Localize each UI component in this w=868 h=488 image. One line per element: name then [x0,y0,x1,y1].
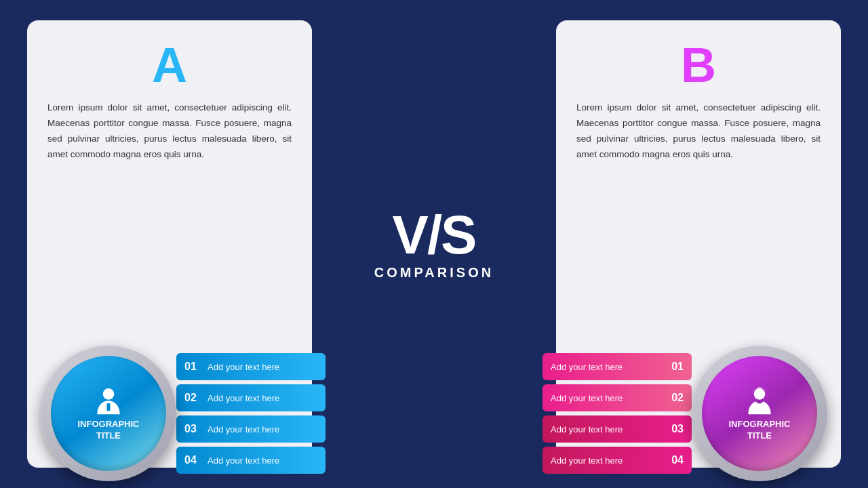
female-person-icon [743,385,776,419]
right-circle-title: INFOGRAPHICTITLE [729,419,791,442]
svg-point-0 [103,388,115,400]
left-panel-bottom: INFOGRAPHICTITLE 01 Add your text here 0… [27,346,312,481]
male-person-icon [92,385,125,419]
vs-text: V/S [393,208,476,262]
right-bar-3: Add your text here 03 [542,415,692,443]
right-panel-bottom: Add your text here 01 Add your text here… [556,346,841,481]
left-bar-4-text: Add your text here [208,455,279,466]
left-circle-inner: INFOGRAPHICTITLE [51,356,166,471]
right-bar-1-number: 01 [667,361,684,373]
comparison-label: COMPARISON [374,265,494,281]
left-bar-3-number: 03 [184,423,201,435]
left-bar-4: 04 Add your text here [176,447,326,474]
left-bar-2: 02 Add your text here [176,384,326,411]
main-container: V/S COMPARISON A Lorem ipsum dolor sit a… [0,0,868,488]
left-circle-container: INFOGRAPHICTITLE [41,346,176,481]
right-bar-3-text: Add your text here [551,424,623,434]
left-bar-1-number: 01 [184,361,201,373]
right-panel-body: Lorem ipsum dolor sit amet, consectetuer… [576,100,821,163]
left-bar-2-text: Add your text here [208,393,279,403]
right-panel-letter: B [681,41,716,89]
left-panel-letter: A [152,41,187,89]
right-panel: B Lorem ipsum dolor sit amet, consectetu… [556,20,841,468]
svg-point-3 [754,388,766,400]
right-circle-outer: INFOGRAPHICTITLE [692,346,827,481]
right-bar-1: Add your text here 01 [542,353,692,380]
right-bar-1-text: Add your text here [551,362,623,372]
left-circle-title: INFOGRAPHICTITLE [78,419,140,442]
right-bar-2-number: 02 [667,392,684,404]
left-bar-4-number: 04 [184,454,201,466]
left-bar-3: 03 Add your text here [176,415,326,443]
right-bar-4-number: 04 [667,454,684,466]
left-bars-container: 01 Add your text here 02 Add your text h… [176,353,326,474]
right-circle-inner: INFOGRAPHICTITLE [702,356,817,471]
right-bar-2: Add your text here 02 [542,384,692,411]
right-bar-4-text: Add your text here [551,455,623,466]
right-bar-3-number: 03 [667,423,684,435]
left-panel: A Lorem ipsum dolor sit amet, consectetu… [27,20,312,468]
right-bar-4: Add your text here 04 [542,447,692,474]
right-circle-container: INFOGRAPHICTITLE [692,346,827,481]
left-panel-body: Lorem ipsum dolor sit amet, consectetuer… [47,100,292,163]
center-section: V/S COMPARISON [374,208,494,281]
left-bar-1-text: Add your text here [208,362,279,372]
left-circle-outer: INFOGRAPHICTITLE [41,346,176,481]
right-bar-2-text: Add your text here [551,393,623,403]
left-bar-1: 01 Add your text here [176,353,326,380]
left-bar-2-number: 02 [184,392,201,404]
left-bar-3-text: Add your text here [208,424,279,434]
right-bars-container: Add your text here 01 Add your text here… [542,353,692,474]
